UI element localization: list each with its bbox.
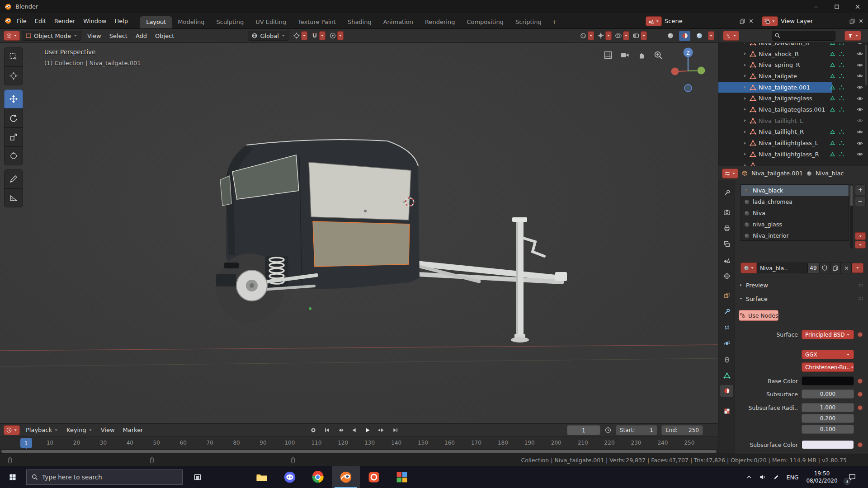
menu-window[interactable]: Window <box>79 13 110 28</box>
tool-annotate[interactable] <box>4 169 23 188</box>
decorator-dot[interactable] <box>858 379 863 384</box>
breadcrumb-material[interactable]: Niva_blac <box>816 170 844 177</box>
gizmo-z-label[interactable]: Z <box>686 50 690 56</box>
tray-expand-button[interactable] <box>742 466 756 488</box>
task-view-button[interactable] <box>184 466 212 488</box>
minimize-button[interactable] <box>806 0 826 13</box>
breadcrumb-object[interactable]: Niva_tailgate.001 <box>751 170 803 177</box>
transport-record[interactable] <box>308 425 319 435</box>
taskbar-app-media-app[interactable] <box>360 466 388 488</box>
new-material-button[interactable] <box>830 263 841 273</box>
outliner-item[interactable]: Niva_taillightglass_R <box>718 149 868 160</box>
view-layer-selector[interactable]: View Layer <box>762 16 864 26</box>
menu-edit[interactable]: Edit <box>31 13 50 28</box>
slot-move-button[interactable] <box>855 241 866 249</box>
viewport-camera-button[interactable] <box>620 50 630 61</box>
material-slot[interactable]: niva_glass <box>741 219 849 230</box>
viewport-menu-object[interactable]: Object <box>151 29 178 42</box>
add-slot-button[interactable] <box>855 184 866 195</box>
unlink-material-button[interactable] <box>841 263 852 273</box>
decorator-dot[interactable] <box>858 332 863 337</box>
outliner-item[interactable]: Niva_tailgate.001 <box>718 82 868 93</box>
outliner-item[interactable]: Niva_tailgate <box>718 70 868 82</box>
preview-section-header[interactable]: Preview <box>735 280 868 290</box>
snap-options-dropdown[interactable] <box>319 31 326 40</box>
viewport-grid-button[interactable] <box>603 50 613 61</box>
snap-dropdown[interactable] <box>301 31 307 40</box>
tool-move[interactable] <box>4 89 23 108</box>
maximize-button[interactable] <box>826 0 847 13</box>
transport-next-keyframe[interactable] <box>376 425 387 435</box>
tool-measure[interactable] <box>4 188 23 207</box>
properties-tab-object-data[interactable] <box>720 370 733 381</box>
decorator-dot[interactable] <box>858 392 863 397</box>
properties-tab-material[interactable] <box>720 385 733 397</box>
current-frame-field[interactable]: 1 <box>567 425 600 435</box>
shading-solid[interactable] <box>665 31 676 41</box>
tab-modeling[interactable]: Modeling <box>172 16 210 28</box>
scene-unlink-icon[interactable] <box>748 18 754 24</box>
visibility-dropdown[interactable] <box>588 31 594 40</box>
snap-toggle-button[interactable] <box>311 31 326 40</box>
tool-rotate[interactable] <box>4 108 23 127</box>
editor-type-button[interactable] <box>4 31 20 41</box>
overlays-button[interactable] <box>615 31 629 40</box>
transport-jump-last[interactable] <box>389 425 400 435</box>
viewport-pan-hand-button[interactable] <box>637 50 646 61</box>
shading-rendered[interactable] <box>693 31 705 41</box>
taskbar-app-blender[interactable] <box>332 466 360 488</box>
material-extras-button[interactable] <box>852 263 863 273</box>
shading-dropdown[interactable] <box>708 31 714 40</box>
properties-tab-physics[interactable] <box>720 338 733 349</box>
properties-tab-scene[interactable] <box>720 254 733 266</box>
material-slot[interactable]: Niva_interior <box>741 230 849 241</box>
properties-tab-object[interactable] <box>720 290 733 301</box>
distribution-dropdown[interactable]: GGX <box>802 350 854 359</box>
base-color-swatch[interactable] <box>802 376 854 385</box>
volume-button[interactable] <box>756 466 769 488</box>
scene-chip[interactable] <box>646 16 662 26</box>
fake-user-button[interactable] <box>819 263 830 273</box>
mode-dropdown[interactable]: Object Mode <box>22 31 81 41</box>
outliner-filter-button[interactable] <box>844 31 861 41</box>
current-frame-indicator[interactable]: 1 <box>20 438 32 448</box>
outliner-search-input[interactable] <box>783 33 833 39</box>
material-slot-scrollbar[interactable] <box>850 184 853 249</box>
properties-tab-modifiers[interactable] <box>720 306 733 318</box>
properties-tab-output[interactable] <box>720 222 733 234</box>
viewport-zoom-button[interactable] <box>653 50 663 61</box>
add-workspace-button[interactable]: + <box>547 16 561 28</box>
subsurface-color-swatch[interactable] <box>802 440 854 449</box>
material-slot[interactable]: lada_chromea <box>741 196 849 207</box>
properties-tab-texture[interactable] <box>720 405 733 417</box>
clock-icon[interactable] <box>604 427 612 434</box>
subsurface-method-dropdown[interactable]: Christensen-Bu.. <box>802 362 854 372</box>
properties-tab-constraints[interactable] <box>720 354 733 366</box>
taskbar-app-file-explorer[interactable] <box>248 466 276 488</box>
material-name-field[interactable]: Niva_bla.. <box>757 263 807 273</box>
menu-help[interactable]: Help <box>111 13 132 28</box>
start-frame-field[interactable]: Start:1 <box>616 425 657 435</box>
viewport-menu-view[interactable]: View <box>83 29 105 42</box>
proportional-dropdown[interactable] <box>337 31 344 40</box>
transport-play[interactable] <box>362 425 373 435</box>
tab-compositing[interactable]: Compositing <box>461 16 509 28</box>
properties-editor-button[interactable] <box>722 169 738 178</box>
decorator-dot[interactable] <box>858 442 863 447</box>
shading-material-preview[interactable] <box>679 31 690 41</box>
tab-animation[interactable]: Animation <box>377 16 419 28</box>
menu-render[interactable]: Render <box>50 13 79 28</box>
taskbar-app-chrome[interactable] <box>304 466 332 488</box>
pen-settings-button[interactable] <box>769 466 783 488</box>
use-nodes-button[interactable]: Use Nodes <box>739 310 778 321</box>
outliner-search[interactable] <box>772 31 835 41</box>
transport-play-reverse[interactable] <box>349 425 359 435</box>
language-indicator[interactable]: ENG <box>783 474 802 481</box>
browse-material-button[interactable] <box>741 263 757 273</box>
tool-cursor-3d[interactable] <box>4 66 23 85</box>
subsurface-field[interactable]: 0.000 <box>802 389 854 399</box>
outliner-editor-button[interactable] <box>723 31 739 41</box>
menu-file[interactable]: File <box>13 13 31 28</box>
properties-tab-render[interactable] <box>720 206 733 218</box>
radius-field-1[interactable]: 0.200 <box>802 414 854 423</box>
